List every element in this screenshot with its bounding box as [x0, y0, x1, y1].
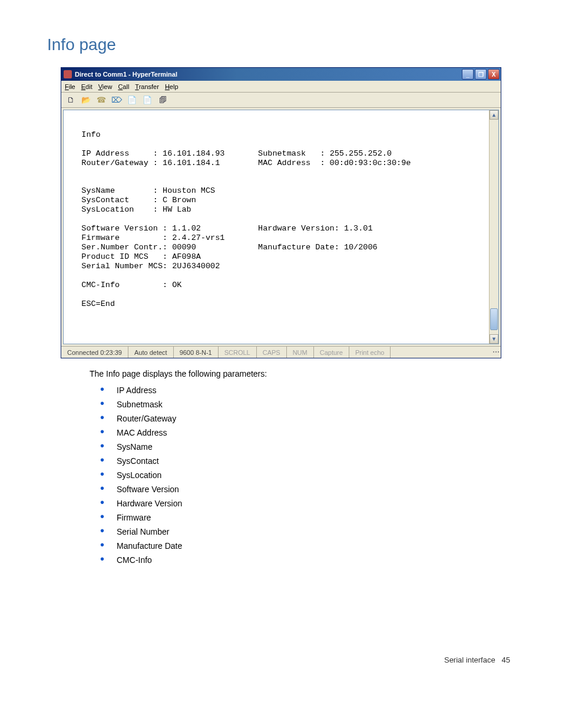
status-caps: CAPS — [257, 347, 287, 358]
menu-edit[interactable]: Edit — [81, 83, 92, 90]
terminal-output[interactable]: Info IP Address : 16.101.184.93 Subnetma… — [64, 110, 498, 344]
send-icon[interactable]: 📄 — [126, 94, 138, 106]
status-num: NUM — [287, 347, 314, 358]
status-capture: Capture — [314, 347, 349, 358]
disconnect-icon[interactable]: ⌦ — [111, 94, 123, 106]
open-icon[interactable]: 📂 — [80, 94, 92, 106]
caption-text: The Info page displays the following par… — [90, 369, 515, 378]
properties-icon[interactable]: 🗐 — [157, 94, 168, 106]
list-item: IP Address — [100, 383, 515, 397]
scroll-track[interactable] — [490, 120, 498, 334]
phone-icon[interactable]: ☎ — [95, 94, 107, 106]
maximize-button[interactable]: ❐ — [475, 69, 487, 80]
vertical-scrollbar[interactable]: ▲ ▼ — [489, 110, 498, 344]
list-item: SysName — [100, 440, 515, 454]
parameter-list: IP Address Subnetmask Router/Gateway MAC… — [100, 383, 515, 567]
scroll-down-icon[interactable]: ▼ — [490, 334, 498, 344]
list-item: Hardware Version — [100, 496, 515, 510]
titlebar[interactable]: Direct to Comm1 - HyperTerminal _ ❐ X — [61, 68, 501, 81]
menu-file[interactable]: File — [65, 83, 75, 90]
menu-help[interactable]: Help — [165, 83, 178, 90]
page-footer: Serial interface 45 — [47, 655, 515, 664]
list-item: Serial Number — [100, 525, 515, 539]
status-detect: Auto detect — [128, 347, 174, 358]
list-item: Manufacture Date — [100, 539, 515, 553]
status-connected: Connected 0:23:39 — [61, 347, 128, 358]
menubar: File Edit View Call Transfer Help — [61, 81, 501, 93]
page-heading: Info page — [47, 35, 515, 54]
list-item: SysLocation — [100, 468, 515, 482]
list-item: Software Version — [100, 482, 515, 496]
list-item: Subnetmask — [100, 397, 515, 411]
hyperterminal-window: Direct to Comm1 - HyperTerminal _ ❐ X Fi… — [61, 67, 501, 358]
receive-icon[interactable]: 📄 — [141, 94, 153, 106]
list-item: Router/Gateway — [100, 411, 515, 426]
scroll-up-icon[interactable]: ▲ — [490, 110, 498, 120]
list-item: MAC Address — [100, 426, 515, 440]
close-button[interactable]: X — [488, 69, 500, 80]
list-item: SysContact — [100, 454, 515, 468]
toolbar: 🗋 📂 ☎ ⌦ 📄 📄 🗐 — [61, 93, 501, 108]
status-scroll: SCROLL — [219, 347, 257, 358]
window-title: Direct to Comm1 - HyperTerminal — [75, 71, 462, 78]
list-item: Firmware — [100, 510, 515, 525]
status-baud: 9600 8-N-1 — [174, 347, 219, 358]
statusbar: Connected 0:23:39 Auto detect 9600 8-N-1… — [61, 346, 501, 358]
list-item: CMC-Info — [100, 553, 515, 567]
resize-grip-icon[interactable] — [491, 351, 501, 354]
scroll-thumb[interactable] — [490, 308, 498, 330]
app-icon — [64, 70, 72, 78]
status-echo: Print echo — [349, 347, 391, 358]
menu-transfer[interactable]: Transfer — [135, 83, 159, 90]
minimize-button[interactable]: _ — [462, 69, 474, 80]
menu-view[interactable]: View — [98, 83, 113, 90]
new-icon[interactable]: 🗋 — [65, 94, 77, 106]
menu-call[interactable]: Call — [118, 83, 129, 90]
footer-section: Serial interface — [444, 655, 495, 664]
footer-page-number: 45 — [502, 655, 510, 664]
